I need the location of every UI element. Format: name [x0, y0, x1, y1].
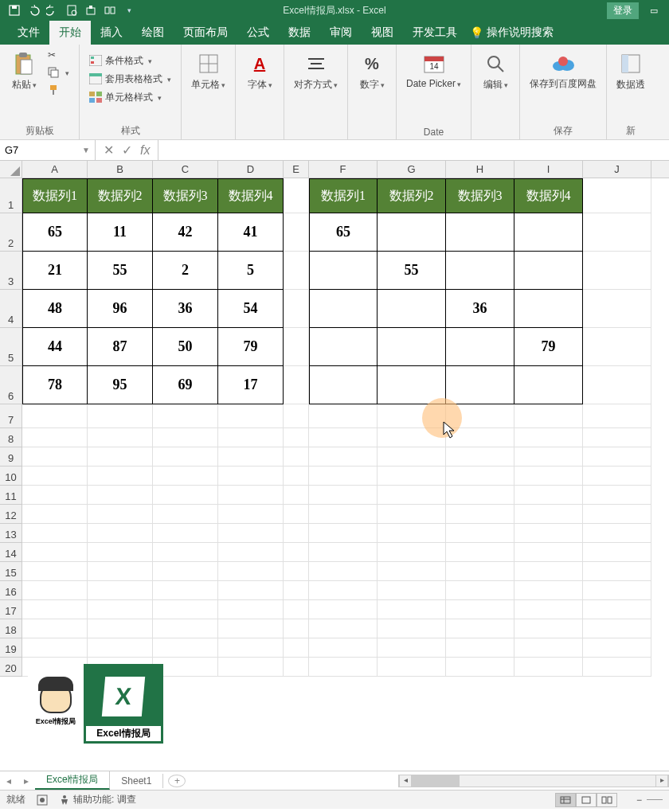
- cell-E14[interactable]: [284, 543, 309, 562]
- save-icon[interactable]: [8, 4, 21, 17]
- cell-D11[interactable]: [218, 486, 284, 505]
- cells-button[interactable]: 单元格: [188, 48, 229, 95]
- cell-E7[interactable]: [284, 404, 309, 428]
- cell-C3[interactable]: 2: [153, 252, 218, 290]
- cell-A4[interactable]: 48: [22, 290, 88, 328]
- cell-C9[interactable]: [153, 447, 218, 467]
- cell-D7[interactable]: [218, 404, 284, 428]
- cell-B18[interactable]: [88, 619, 153, 638]
- cell-D20[interactable]: [218, 658, 284, 677]
- cell-C14[interactable]: [153, 543, 218, 562]
- col-header-A[interactable]: A: [22, 161, 88, 178]
- row-header-8[interactable]: 8: [0, 428, 22, 447]
- row-header-16[interactable]: 16: [0, 581, 22, 600]
- cell-E3[interactable]: [284, 252, 309, 290]
- cell-A12[interactable]: [22, 505, 88, 524]
- accessibility-status[interactable]: 辅助功能: 调查: [59, 793, 136, 806]
- cell-I20[interactable]: [514, 658, 583, 677]
- row-header-20[interactable]: 20: [0, 658, 22, 677]
- cell-F1[interactable]: 数据列1: [309, 178, 378, 213]
- cell-B17[interactable]: [88, 600, 153, 619]
- row-header-15[interactable]: 15: [0, 562, 22, 581]
- format-painter-button[interactable]: [45, 83, 72, 99]
- cell-J6[interactable]: [583, 366, 651, 404]
- addin-icon[interactable]: [84, 4, 97, 17]
- cell-A8[interactable]: [22, 428, 88, 447]
- tab-data[interactable]: 数据: [279, 21, 320, 45]
- cell-A10[interactable]: [22, 467, 88, 486]
- cell-B14[interactable]: [88, 543, 153, 562]
- tab-layout[interactable]: 页面布局: [174, 21, 237, 45]
- touch-mode-icon[interactable]: [104, 4, 116, 17]
- cell-G9[interactable]: [378, 447, 446, 467]
- cell-C15[interactable]: [153, 562, 218, 581]
- cell-H19[interactable]: [446, 638, 514, 658]
- column-headers[interactable]: ABCDEFGHIJ: [22, 161, 669, 178]
- cell-H16[interactable]: [446, 581, 514, 600]
- tab-insert[interactable]: 插入: [91, 21, 132, 45]
- undo-icon[interactable]: [27, 4, 40, 17]
- cell-E16[interactable]: [284, 581, 309, 600]
- fx-icon[interactable]: fx: [140, 143, 150, 158]
- horizontal-scrollbar[interactable]: ◂ ▸: [398, 775, 669, 787]
- cell-J1[interactable]: [583, 178, 651, 213]
- cell-J8[interactable]: [583, 428, 651, 447]
- row-header-10[interactable]: 10: [0, 467, 22, 486]
- row-header-1[interactable]: 1: [0, 178, 22, 213]
- cell-D18[interactable]: [218, 619, 284, 638]
- cell-H3[interactable]: [446, 252, 514, 290]
- cell-F18[interactable]: [309, 619, 378, 638]
- table-format-button[interactable]: 套用表格格式: [86, 71, 174, 88]
- worksheet[interactable]: ABCDEFGHIJ 12345678910111213141516171819…: [0, 161, 669, 771]
- cell-F9[interactable]: [309, 447, 378, 467]
- cell-A18[interactable]: [22, 619, 88, 638]
- save-cloud-button[interactable]: 保存到百度网盘: [526, 48, 600, 92]
- row-header-9[interactable]: 9: [0, 447, 22, 467]
- row-header-19[interactable]: 19: [0, 638, 22, 658]
- row-header-17[interactable]: 17: [0, 600, 22, 619]
- cell-H17[interactable]: [446, 600, 514, 619]
- cell-H20[interactable]: [446, 658, 514, 677]
- cell-I19[interactable]: [514, 638, 583, 658]
- cell-B4[interactable]: 96: [88, 290, 153, 328]
- cell-H15[interactable]: [446, 562, 514, 581]
- cell-A16[interactable]: [22, 581, 88, 600]
- cell-G19[interactable]: [378, 638, 446, 658]
- cell-D1[interactable]: 数据列4: [218, 178, 284, 213]
- cell-F16[interactable]: [309, 581, 378, 600]
- cell-I5[interactable]: 79: [514, 328, 583, 366]
- cell-G18[interactable]: [378, 619, 446, 638]
- cell-D15[interactable]: [218, 562, 284, 581]
- tab-view[interactable]: 视图: [362, 21, 403, 45]
- tab-dev[interactable]: 开发工具: [403, 21, 467, 45]
- cell-H5[interactable]: [446, 328, 514, 366]
- cell-A1[interactable]: 数据列1: [22, 178, 88, 213]
- cell-G16[interactable]: [378, 581, 446, 600]
- cell-F6[interactable]: [309, 366, 378, 404]
- cell-A7[interactable]: [22, 404, 88, 428]
- cell-E2[interactable]: [284, 213, 309, 252]
- cell-C6[interactable]: 69: [153, 366, 218, 404]
- cell-F20[interactable]: [309, 658, 378, 677]
- col-header-E[interactable]: E: [284, 161, 309, 178]
- cell-C10[interactable]: [153, 467, 218, 486]
- cell-G12[interactable]: [378, 505, 446, 524]
- date-picker-button[interactable]: 14Date Picker: [403, 48, 464, 92]
- edit-button[interactable]: 编辑: [478, 48, 513, 95]
- cell-A19[interactable]: [22, 638, 88, 658]
- cell-D5[interactable]: 79: [218, 328, 284, 366]
- cell-A9[interactable]: [22, 447, 88, 467]
- cell-I18[interactable]: [514, 619, 583, 638]
- cell-styles-button[interactable]: 单元格样式: [86, 89, 174, 106]
- row-header-2[interactable]: 2: [0, 213, 22, 252]
- cell-J16[interactable]: [583, 581, 651, 600]
- sheet-nav-next-icon[interactable]: ▸: [18, 775, 35, 787]
- redo-icon[interactable]: [46, 4, 59, 17]
- cell-A13[interactable]: [22, 524, 88, 543]
- cell-I7[interactable]: [514, 404, 583, 428]
- cell-J11[interactable]: [583, 486, 651, 505]
- record-macro-icon[interactable]: [37, 794, 48, 806]
- cell-H13[interactable]: [446, 524, 514, 543]
- col-header-H[interactable]: H: [446, 161, 514, 178]
- col-header-G[interactable]: G: [378, 161, 446, 178]
